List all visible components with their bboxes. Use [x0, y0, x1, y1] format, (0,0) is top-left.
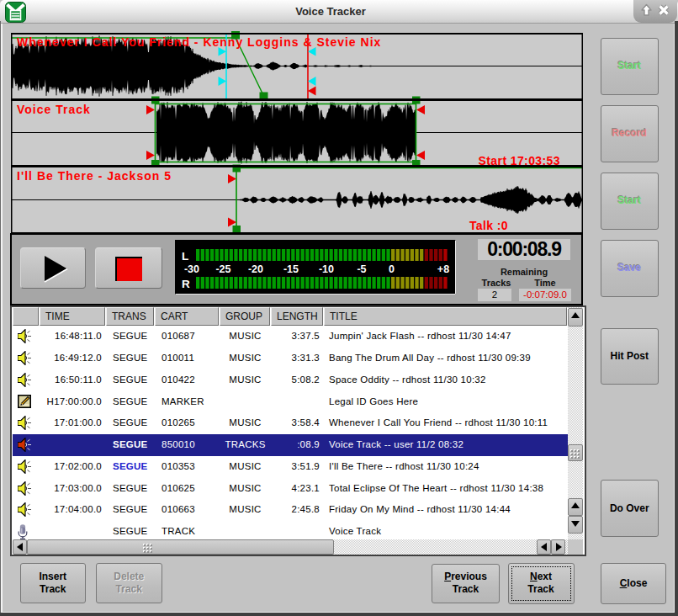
svg-text:-30: -30	[184, 263, 199, 275]
svg-text:-10: -10	[319, 263, 334, 275]
svg-text:R: R	[182, 278, 190, 290]
svg-text:Whenever I Call You Friend - K: Whenever I Call You Friend - Kenny Loggi…	[17, 35, 381, 49]
svg-text:-15: -15	[283, 263, 299, 275]
svg-text:+8: +8	[437, 263, 449, 275]
svg-text:L: L	[182, 250, 188, 263]
svg-text:Voice Track: Voice Track	[17, 103, 91, 116]
svg-text:-5: -5	[357, 263, 366, 275]
svg-text:-25: -25	[215, 263, 230, 275]
svg-text:-20: -20	[248, 263, 263, 275]
svg-text:0: 0	[389, 263, 395, 275]
svg-text:Talk :0: Talk :0	[469, 219, 508, 232]
svg-text:I'll Be There - Jackson 5: I'll Be There - Jackson 5	[17, 169, 172, 183]
svg-text:Start 17:03:53: Start 17:03:53	[479, 154, 560, 167]
